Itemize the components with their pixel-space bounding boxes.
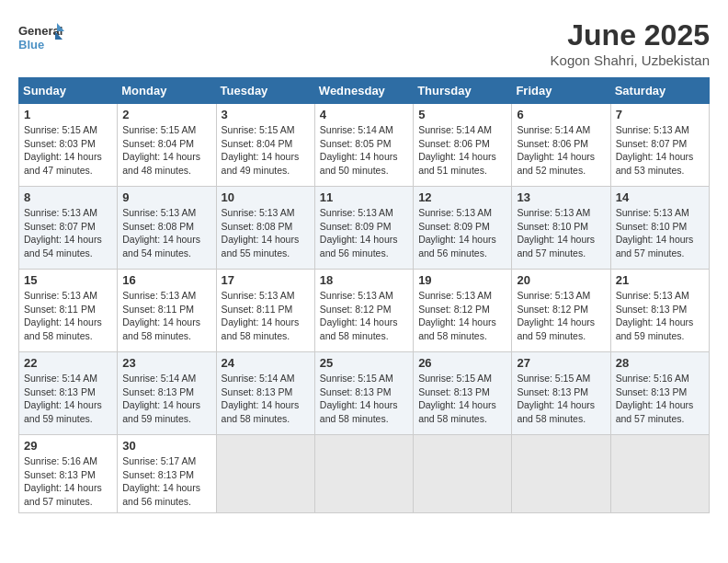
calendar-cell: [610, 435, 709, 513]
day-header-tuesday: Tuesday: [216, 78, 314, 104]
day-number: 21: [616, 273, 704, 287]
day-number: 3: [222, 108, 310, 121]
day-number: 20: [517, 273, 605, 287]
svg-text:Blue: Blue: [18, 38, 44, 52]
day-header-friday: Friday: [512, 78, 610, 104]
calendar-cell: 4 Sunrise: 5:14 AMSunset: 8:05 PMDayligh…: [314, 104, 413, 187]
calendar-cell: 16 Sunrise: 5:13 AMSunset: 8:11 PMDaylig…: [118, 270, 216, 352]
day-number: 5: [418, 108, 506, 121]
day-info: Sunrise: 5:14 AMSunset: 8:13 PMDaylight:…: [24, 372, 112, 426]
calendar-week-4: 22 Sunrise: 5:14 AMSunset: 8:13 PMDaylig…: [19, 352, 710, 435]
day-number: 25: [320, 356, 408, 370]
day-info: Sunrise: 5:16 AMSunset: 8:13 PMDaylight:…: [24, 454, 112, 509]
day-info: Sunrise: 5:13 AMSunset: 8:08 PMDaylight:…: [122, 206, 210, 260]
calendar-cell: [414, 435, 512, 513]
day-info: Sunrise: 5:13 AMSunset: 8:12 PMDaylight:…: [418, 289, 506, 343]
day-info: Sunrise: 5:13 AMSunset: 8:11 PMDaylight:…: [222, 289, 310, 343]
day-info: Sunrise: 5:14 AMSunset: 8:06 PMDaylight:…: [517, 123, 605, 178]
day-number: 27: [517, 356, 605, 370]
day-number: 22: [24, 356, 112, 370]
day-number: 12: [418, 190, 506, 204]
day-header-wednesday: Wednesday: [314, 78, 413, 104]
calendar-cell: 20 Sunrise: 5:13 AMSunset: 8:12 PMDaylig…: [512, 270, 610, 352]
logo-svg: General Blue: [18, 18, 64, 60]
day-info: Sunrise: 5:14 AMSunset: 8:13 PMDaylight:…: [222, 372, 310, 426]
calendar-week-2: 8 Sunrise: 5:13 AMSunset: 8:07 PMDayligh…: [19, 187, 710, 270]
month-title: June 2025: [551, 18, 710, 52]
day-number: 14: [616, 190, 704, 204]
day-number: 8: [24, 190, 112, 204]
day-number: 15: [24, 273, 112, 287]
day-number: 10: [222, 190, 310, 204]
page-header: General Blue June 2025 Kogon Shahri, Uzb…: [18, 18, 710, 68]
day-info: Sunrise: 5:13 AMSunset: 8:10 PMDaylight:…: [517, 206, 605, 260]
calendar-cell: 3 Sunrise: 5:15 AMSunset: 8:04 PMDayligh…: [216, 104, 314, 187]
day-number: 9: [122, 190, 210, 204]
calendar-cell: 19 Sunrise: 5:13 AMSunset: 8:12 PMDaylig…: [414, 270, 512, 352]
day-number: 26: [418, 356, 506, 370]
day-number: 6: [517, 108, 605, 121]
day-number: 23: [122, 356, 210, 370]
location: Kogon Shahri, Uzbekistan: [551, 52, 710, 68]
day-info: Sunrise: 5:13 AMSunset: 8:08 PMDaylight:…: [222, 206, 310, 260]
calendar-cell: 14 Sunrise: 5:13 AMSunset: 8:10 PMDaylig…: [610, 187, 709, 270]
calendar-cell: 1 Sunrise: 5:15 AMSunset: 8:03 PMDayligh…: [19, 104, 118, 187]
day-number: 11: [320, 190, 408, 204]
day-number: 4: [320, 108, 408, 121]
calendar-cell: 26 Sunrise: 5:15 AMSunset: 8:13 PMDaylig…: [414, 352, 512, 435]
day-info: Sunrise: 5:15 AMSunset: 8:04 PMDaylight:…: [122, 123, 210, 178]
day-info: Sunrise: 5:13 AMSunset: 8:12 PMDaylight:…: [517, 289, 605, 343]
calendar-cell: 5 Sunrise: 5:14 AMSunset: 8:06 PMDayligh…: [414, 104, 512, 187]
calendar-cell: [216, 435, 314, 513]
day-info: Sunrise: 5:14 AMSunset: 8:06 PMDaylight:…: [418, 123, 506, 178]
day-number: 29: [24, 439, 112, 453]
day-number: 28: [616, 356, 704, 370]
calendar-cell: 12 Sunrise: 5:13 AMSunset: 8:09 PMDaylig…: [414, 187, 512, 270]
day-header-sunday: Sunday: [19, 78, 118, 104]
day-number: 24: [222, 356, 310, 370]
calendar-cell: 29 Sunrise: 5:16 AMSunset: 8:13 PMDaylig…: [19, 435, 118, 513]
calendar-week-3: 15 Sunrise: 5:13 AMSunset: 8:11 PMDaylig…: [19, 270, 710, 352]
calendar-cell: 17 Sunrise: 5:13 AMSunset: 8:11 PMDaylig…: [216, 270, 314, 352]
day-info: Sunrise: 5:14 AMSunset: 8:05 PMDaylight:…: [320, 123, 408, 178]
calendar-cell: 18 Sunrise: 5:13 AMSunset: 8:12 PMDaylig…: [314, 270, 413, 352]
day-info: Sunrise: 5:13 AMSunset: 8:10 PMDaylight:…: [616, 206, 704, 260]
day-number: 13: [517, 190, 605, 204]
calendar-cell: 30 Sunrise: 5:17 AMSunset: 8:13 PMDaylig…: [118, 435, 216, 513]
calendar-cell: 8 Sunrise: 5:13 AMSunset: 8:07 PMDayligh…: [19, 187, 118, 270]
day-number: 18: [320, 273, 408, 287]
day-header-saturday: Saturday: [610, 78, 709, 104]
day-info: Sunrise: 5:15 AMSunset: 8:13 PMDaylight:…: [320, 372, 408, 426]
day-info: Sunrise: 5:17 AMSunset: 8:13 PMDaylight:…: [122, 454, 210, 509]
calendar-cell: 15 Sunrise: 5:13 AMSunset: 8:11 PMDaylig…: [19, 270, 118, 352]
calendar-week-5: 29 Sunrise: 5:16 AMSunset: 8:13 PMDaylig…: [19, 435, 710, 513]
day-info: Sunrise: 5:13 AMSunset: 8:09 PMDaylight:…: [320, 206, 408, 260]
day-number: 1: [24, 108, 112, 121]
calendar-cell: 6 Sunrise: 5:14 AMSunset: 8:06 PMDayligh…: [512, 104, 610, 187]
calendar-cell: [512, 435, 610, 513]
calendar-table: SundayMondayTuesdayWednesdayThursdayFrid…: [18, 77, 710, 513]
day-info: Sunrise: 5:13 AMSunset: 8:12 PMDaylight:…: [320, 289, 408, 343]
day-header-thursday: Thursday: [414, 78, 512, 104]
calendar-cell: 27 Sunrise: 5:15 AMSunset: 8:13 PMDaylig…: [512, 352, 610, 435]
calendar-cell: 7 Sunrise: 5:13 AMSunset: 8:07 PMDayligh…: [610, 104, 709, 187]
logo: General Blue: [18, 18, 64, 60]
day-info: Sunrise: 5:14 AMSunset: 8:13 PMDaylight:…: [122, 372, 210, 426]
day-number: 19: [418, 273, 506, 287]
calendar-cell: 11 Sunrise: 5:13 AMSunset: 8:09 PMDaylig…: [314, 187, 413, 270]
day-info: Sunrise: 5:15 AMSunset: 8:04 PMDaylight:…: [222, 123, 310, 178]
calendar-cell: 2 Sunrise: 5:15 AMSunset: 8:04 PMDayligh…: [118, 104, 216, 187]
day-number: 2: [122, 108, 210, 121]
calendar-cell: 13 Sunrise: 5:13 AMSunset: 8:10 PMDaylig…: [512, 187, 610, 270]
day-info: Sunrise: 5:15 AMSunset: 8:13 PMDaylight:…: [418, 372, 506, 426]
calendar-cell: 24 Sunrise: 5:14 AMSunset: 8:13 PMDaylig…: [216, 352, 314, 435]
day-info: Sunrise: 5:15 AMSunset: 8:03 PMDaylight:…: [24, 123, 112, 178]
day-info: Sunrise: 5:13 AMSunset: 8:07 PMDaylight:…: [616, 123, 704, 178]
calendar-cell: 28 Sunrise: 5:16 AMSunset: 8:13 PMDaylig…: [610, 352, 709, 435]
calendar-cell: 23 Sunrise: 5:14 AMSunset: 8:13 PMDaylig…: [118, 352, 216, 435]
day-number: 16: [122, 273, 210, 287]
day-number: 7: [616, 108, 704, 121]
day-info: Sunrise: 5:15 AMSunset: 8:13 PMDaylight:…: [517, 372, 605, 426]
day-info: Sunrise: 5:16 AMSunset: 8:13 PMDaylight:…: [616, 372, 704, 426]
day-info: Sunrise: 5:13 AMSunset: 8:11 PMDaylight:…: [24, 289, 112, 343]
